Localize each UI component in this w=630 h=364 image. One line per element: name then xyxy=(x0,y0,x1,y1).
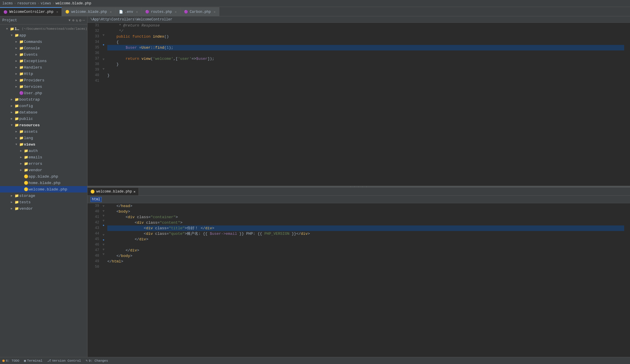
bg40[interactable]: ▽ xyxy=(102,209,106,213)
bg47[interactable]: ▽ xyxy=(102,243,106,247)
bg48[interactable]: ▽ xyxy=(102,247,106,251)
g35: ◈ xyxy=(102,43,106,47)
tab-env[interactable]: 📄 .env ✕ xyxy=(116,7,142,16)
tree-item-user-php[interactable]: 🟣 User.php xyxy=(0,90,87,96)
ln-35: 35 xyxy=(91,45,99,50)
providers-icon: 📁 xyxy=(19,78,24,83)
tree-item-commands[interactable]: ▶ 📁 Commands xyxy=(0,38,87,45)
bln-50: 50 xyxy=(91,264,99,270)
tab-welcome-controller[interactable]: 🟣 WelcomeController.php ✕ xyxy=(0,7,62,16)
tree-item-console[interactable]: ▶ 📁 Console xyxy=(0,45,87,51)
top-editor-pane: \App\Http\Controllers\WelcomeController … xyxy=(88,16,630,186)
bg42[interactable]: ▽ xyxy=(102,218,106,223)
emails-icon: 📁 xyxy=(23,155,29,160)
bg46: ◈ xyxy=(102,238,106,242)
top-code-container[interactable]: 31 32 33 34 35 36 37 38 39 40 41 ▽ xyxy=(88,23,630,186)
tree-item-home-blade[interactable]: 🟡 home.blade.php xyxy=(0,180,87,186)
bottom-pane-tab-welcome-blade[interactable]: 🟡 welcome.blade.php ✕ xyxy=(88,188,139,195)
tree-item-views-vendor[interactable]: ▶ 📁 vendor xyxy=(0,167,87,173)
providers-arrow: ▶ xyxy=(14,78,19,82)
tree-item-database[interactable]: ▶ 📁 database xyxy=(0,109,87,116)
home-blade-icon: 🟡 xyxy=(23,181,29,185)
bcode-45: </div> xyxy=(107,237,624,242)
tree-item-assets[interactable]: ▶ 📁 assets xyxy=(0,128,87,135)
breadcrumb-part-3[interactable]: views xyxy=(41,1,51,6)
tree-item-config[interactable]: ▶ 📁 config xyxy=(0,103,87,109)
bcode-50 xyxy=(107,264,624,270)
tree-item-handlers[interactable]: ▶ 📁 Handlers xyxy=(0,64,87,71)
tab-close-carbon[interactable]: ✕ xyxy=(214,10,216,14)
bottom-code-container[interactable]: 39 40 41 42 43 44 45 46 47 48 49 50 ▽ ▽ … xyxy=(88,203,630,357)
breadcrumb-part-1[interactable]: lacms xyxy=(2,1,13,6)
tree-item-events[interactable]: ▶ 📁 Events xyxy=(0,51,87,58)
tree-item-emails[interactable]: ▶ 📁 emails xyxy=(0,154,87,160)
tree-item-app-blade[interactable]: 🟡 app.blade.php xyxy=(0,173,87,180)
bottom-tab-close[interactable]: ✕ xyxy=(133,190,135,194)
breadcrumb-part-2[interactable]: resources xyxy=(17,1,36,6)
tab-close-env[interactable]: ✕ xyxy=(136,10,138,14)
status-terminal[interactable]: ▣ Terminal xyxy=(24,359,42,363)
bg49[interactable]: ▽ xyxy=(102,252,106,256)
vendor-icon: 📁 xyxy=(14,206,19,211)
root-arrow: ▼ xyxy=(5,27,9,31)
tab-carbon[interactable]: 🟣 Carbon.php ✕ xyxy=(181,7,219,16)
events-arrow: ▶ xyxy=(14,53,19,56)
tree-item-app[interactable]: ▼ 📁 app xyxy=(0,32,87,38)
sidebar-icon-2[interactable]: ⇅ xyxy=(76,18,78,23)
storage-icon: 📁 xyxy=(14,194,19,198)
sidebar-icon-1[interactable]: ⊕ xyxy=(72,18,75,23)
editor-area: \App\Http\Controllers\WelcomeController … xyxy=(88,16,630,357)
status-changes[interactable]: ✎ 9: Changes xyxy=(86,359,108,363)
bcode-43: <div class="title">你好！ </div> xyxy=(107,225,624,231)
tab-close-welcome-controller[interactable]: ✕ xyxy=(56,10,58,14)
tab-routes[interactable]: 🟣 routes.php ✕ xyxy=(142,7,181,16)
tree-item-tests[interactable]: ▶ 📁 tests xyxy=(0,199,87,205)
tab-close-routes[interactable]: ✕ xyxy=(175,10,177,14)
tree-root[interactable]: ▼ 📁 lacms (~/Documents/homestead/code/la… xyxy=(0,26,87,32)
tree-item-views[interactable]: ▼ 📁 views xyxy=(0,141,87,148)
emails-arrow: ▶ xyxy=(19,155,23,159)
bg45[interactable]: ▽ xyxy=(102,233,106,237)
bcode-40: <body> xyxy=(107,209,624,214)
bg39[interactable]: ▽ xyxy=(102,204,106,208)
todo-label: 6: TODO xyxy=(6,359,19,363)
tree-item-public[interactable]: ▶ 📁 public xyxy=(0,116,87,122)
tree-item-exceptions[interactable]: ▶ 📁 Exceptions xyxy=(0,58,87,64)
tree-item-vendor[interactable]: ▶ 📁 vendor xyxy=(0,205,87,212)
http-icon: 📁 xyxy=(19,72,24,76)
tree-item-providers[interactable]: ▶ 📁 Providers xyxy=(0,77,87,83)
app-folder-icon: 📁 xyxy=(14,33,19,38)
status-version-control[interactable]: ⎇ Version Control xyxy=(47,359,81,363)
commands-arrow: ▶ xyxy=(14,40,19,43)
console-arrow: ▶ xyxy=(14,46,19,50)
tree-item-bootstrap[interactable]: ▶ 📁 bootstrap xyxy=(0,96,87,103)
storage-arrow: ▶ xyxy=(9,194,14,197)
tab-welcome-blade[interactable]: 🟡 welcome.blade.php ✕ xyxy=(62,7,115,16)
bottom-code-lines[interactable]: </head> <body> <div class="container"> <… xyxy=(107,203,630,357)
bg41[interactable]: ▽ xyxy=(102,214,106,218)
g33[interactable]: ▽ xyxy=(102,33,106,37)
tree-item-auth[interactable]: ▶ 📁 auth xyxy=(0,148,87,154)
tree-item-errors[interactable]: ▶ 📁 errors xyxy=(0,160,87,167)
code-line-33: public function index() xyxy=(107,34,624,39)
tree-item-services[interactable]: ▶ 📁 Services xyxy=(0,83,87,90)
tree-item-welcome-blade[interactable]: 🟡 welcome.blade.php xyxy=(0,186,87,192)
tab-close-welcome-blade[interactable]: ✕ xyxy=(110,10,112,14)
tree-item-resources[interactable]: ▼ 📁 resources xyxy=(0,122,87,128)
sidebar-icon-4[interactable]: ↔ xyxy=(83,18,85,23)
tree-item-http[interactable]: ▶ 📁 Http xyxy=(0,71,87,77)
tree-item-lang[interactable]: ▶ 📁 lang xyxy=(0,135,87,141)
app-blade-icon: 🟡 xyxy=(23,174,29,179)
g41 xyxy=(102,72,106,76)
top-code-lines[interactable]: * @return Response */ public function in… xyxy=(107,23,630,186)
auth-icon: 📁 xyxy=(23,149,29,153)
bln-49: 49 xyxy=(91,259,99,264)
g38[interactable]: ▽ xyxy=(102,57,106,61)
status-todo[interactable]: 6: TODO xyxy=(2,359,19,363)
database-label: database xyxy=(19,110,37,115)
handlers-label: Handlers xyxy=(24,65,42,70)
exceptions-icon: 📁 xyxy=(19,59,24,63)
sidebar-icon-3[interactable]: ⚙ xyxy=(79,18,81,23)
tree-item-storage[interactable]: ▶ 📁 storage xyxy=(0,192,87,199)
g40[interactable]: ▽ xyxy=(102,67,106,71)
